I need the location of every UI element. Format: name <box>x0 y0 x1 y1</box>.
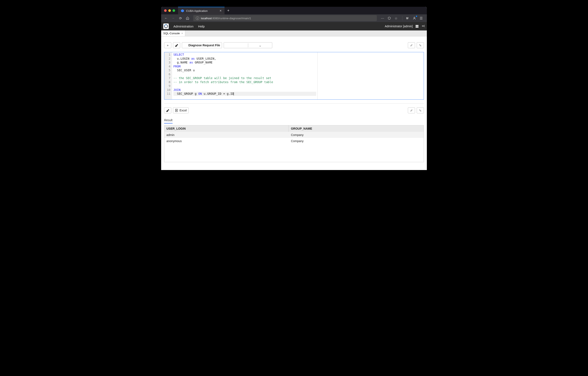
collapse-editor-button[interactable]: ⤡ <box>417 42 424 48</box>
run-button[interactable]: » <box>164 42 171 48</box>
tracking-protection-icon[interactable] <box>386 15 392 21</box>
bookmark-icon[interactable]: ☆ <box>393 15 399 21</box>
editor-line[interactable]: SEC_USER u <box>173 68 316 72</box>
table-row[interactable]: anonymousCompany <box>164 138 424 144</box>
editor-toolbar: » Diagnose Request File ⌄ ⤢ ⤡ <box>164 42 424 48</box>
editor-code[interactable]: SELECT u.LOGIN as USER_LOGIN, g.NAME as … <box>172 52 317 100</box>
clear-results-button[interactable] <box>164 107 171 113</box>
tab-favicon-icon <box>181 9 184 12</box>
table-cell: Company <box>289 132 424 138</box>
svg-rect-2 <box>408 17 409 19</box>
browser-tab[interactable]: CUBA Application × <box>178 7 224 14</box>
grid-header: USER_LOGIN GROUP_NAME <box>164 125 424 132</box>
svg-point-3 <box>414 17 415 18</box>
sql-editor[interactable]: 1234567891011 SELECT u.LOGIN as USER_LOG… <box>164 52 424 100</box>
home-button[interactable] <box>184 15 191 21</box>
library-icon[interactable] <box>404 15 411 21</box>
workspace-tab-label: SQL-Console <box>163 32 180 35</box>
table-cell: Company <box>289 138 424 144</box>
editor-line[interactable]: JOIN <box>173 88 316 92</box>
forward-button[interactable]: → <box>170 15 176 21</box>
editor-gutter: 1234567891011 <box>164 52 172 100</box>
logout-icon[interactable] <box>421 24 425 28</box>
url-path: /runtime-diagnose/#main/1 <box>219 17 251 20</box>
editor-line[interactable]: -- in order to fetch attributes from the… <box>173 80 316 84</box>
export-excel-button[interactable]: Excel <box>173 107 189 113</box>
account-icon[interactable] <box>411 15 418 21</box>
result-tab[interactable]: Result <box>164 117 173 123</box>
browser-nav-bar: ← → ⟳ i localhost:8080/runtime-diagnose/… <box>161 14 427 22</box>
new-tab-button[interactable]: + <box>224 7 232 14</box>
workspace-tab-close-icon[interactable]: × <box>181 32 183 35</box>
diagnose-button-label: Diagnose Request File <box>189 44 220 47</box>
main-content: » Diagnose Request File ⌄ ⤢ ⤡ 1234567891… <box>161 36 427 170</box>
editor-line[interactable]: -- the SEC_GROUP table will be joined to… <box>173 76 316 80</box>
table-cell: anonymous <box>164 138 289 144</box>
result-tab-label: Result <box>164 118 173 122</box>
table-row[interactable]: adminCompany <box>164 132 424 138</box>
table-cell: admin <box>164 132 289 138</box>
page-actions-icon[interactable]: ⋯ <box>379 15 386 21</box>
expand-results-button[interactable]: ⤢ <box>408 107 415 113</box>
url-port: :8080 <box>212 17 219 20</box>
toolbar-separator <box>402 16 402 20</box>
url-host: localhost <box>201 17 212 20</box>
reload-button[interactable]: ⟳ <box>177 15 184 21</box>
datasource-select[interactable]: ⌄ <box>224 42 272 48</box>
window-close-button[interactable] <box>164 9 167 12</box>
app-menu-icon[interactable]: ☰ <box>418 15 424 21</box>
grid-col-0[interactable]: USER_LOGIN <box>164 125 289 132</box>
menu-help[interactable]: Help <box>198 24 205 28</box>
workspace-tab-sql-console[interactable]: SQL-Console × <box>161 31 185 36</box>
browser-tab-bar: CUBA Application × + <box>161 7 427 14</box>
editor-line[interactable]: FROM <box>173 65 316 68</box>
results-grid[interactable]: USER_LOGIN GROUP_NAME adminCompanyanonym… <box>164 125 424 162</box>
results-tabs: Result <box>164 117 424 123</box>
svg-rect-0 <box>406 17 407 19</box>
app-logo[interactable] <box>163 23 169 29</box>
editor-line[interactable]: SEC_GROUP g ON u.GROUP_ID = g.ID <box>173 92 316 96</box>
svg-rect-1 <box>407 17 407 19</box>
section-divider <box>164 103 424 104</box>
current-user-label: Administrator [admin] <box>385 24 413 28</box>
editor-line[interactable]: u.LOGIN as USER_LOGIN, <box>173 57 316 61</box>
diagnose-request-file-button[interactable]: Diagnose Request File <box>182 42 222 48</box>
collapse-results-button[interactable]: ⤡ <box>417 107 424 113</box>
tab-title: CUBA Application <box>186 9 208 12</box>
expand-editor-button[interactable]: ⤢ <box>408 42 415 48</box>
editor-line[interactable]: g.NAME as GROUP_NAME <box>173 60 316 65</box>
chevron-down-icon[interactable]: ⌄ <box>248 43 272 47</box>
clear-editor-button[interactable] <box>173 42 180 48</box>
menu-administration[interactable]: Administration <box>173 24 193 28</box>
address-bar[interactable]: i localhost:8080/runtime-diagnose/#main/… <box>193 15 377 21</box>
export-excel-label: Excel <box>179 109 187 112</box>
window-controls <box>161 7 178 14</box>
window-zoom-button[interactable] <box>173 9 175 12</box>
editor-line[interactable]: SELECT <box>173 53 316 57</box>
editor-line[interactable] <box>173 72 316 76</box>
workspace-tabs: SQL-Console × <box>161 31 427 36</box>
site-info-icon[interactable]: i <box>196 16 199 20</box>
window-minimize-button[interactable] <box>168 9 171 12</box>
grid-col-1[interactable]: GROUP_NAME <box>289 125 424 132</box>
app-menu-bar: Administration Help Administrator [admin… <box>161 22 427 31</box>
dashboard-icon[interactable] <box>416 25 418 28</box>
results-toolbar: Excel ⤢ ⤡ <box>164 107 424 113</box>
back-button[interactable]: ← <box>163 15 169 21</box>
editor-line[interactable] <box>173 84 316 88</box>
tab-close-icon[interactable]: × <box>220 9 221 13</box>
